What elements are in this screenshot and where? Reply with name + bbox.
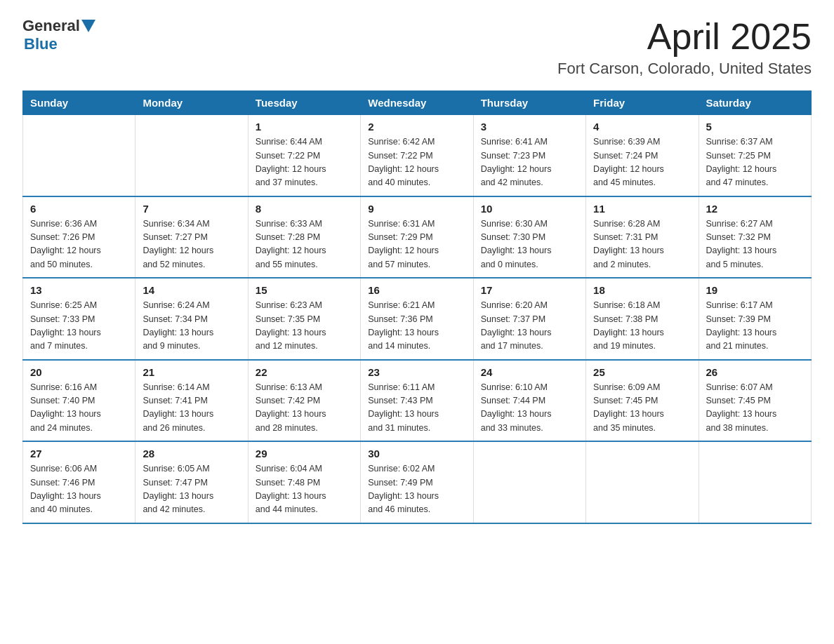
calendar-week-row: 6Sunrise: 6:36 AMSunset: 7:26 PMDaylight… xyxy=(23,196,812,279)
logo-triangle-icon xyxy=(81,20,95,32)
calendar-cell xyxy=(586,441,699,523)
calendar-cell: 20Sunrise: 6:16 AMSunset: 7:40 PMDayligh… xyxy=(23,360,135,442)
day-info: Sunrise: 6:21 AMSunset: 7:36 PMDaylight:… xyxy=(368,299,465,354)
day-info: Sunrise: 6:14 AMSunset: 7:41 PMDaylight:… xyxy=(143,381,240,436)
day-number: 25 xyxy=(593,366,691,378)
calendar-cell: 8Sunrise: 6:33 AMSunset: 7:28 PMDaylight… xyxy=(248,196,360,279)
day-info: Sunrise: 6:05 AMSunset: 7:47 PMDaylight:… xyxy=(143,462,240,517)
day-number: 3 xyxy=(481,121,578,133)
col-saturday: Saturday xyxy=(699,91,811,115)
day-number: 29 xyxy=(256,448,353,459)
day-number: 19 xyxy=(706,284,804,296)
calendar-cell: 15Sunrise: 6:23 AMSunset: 7:35 PMDayligh… xyxy=(248,278,360,360)
col-wednesday: Wednesday xyxy=(361,91,473,115)
page-title: April 2025 xyxy=(557,17,812,57)
calendar-cell: 14Sunrise: 6:24 AMSunset: 7:34 PMDayligh… xyxy=(135,278,248,360)
col-friday: Friday xyxy=(586,91,699,115)
day-number: 27 xyxy=(30,448,128,459)
calendar-week-row: 1Sunrise: 6:44 AMSunset: 7:22 PMDaylight… xyxy=(23,115,812,196)
day-number: 4 xyxy=(593,121,691,133)
calendar-cell: 22Sunrise: 6:13 AMSunset: 7:42 PMDayligh… xyxy=(248,360,360,442)
day-number: 9 xyxy=(368,203,465,215)
day-number: 26 xyxy=(706,366,804,378)
logo-blue-text: Blue xyxy=(24,35,58,53)
day-info: Sunrise: 6:41 AMSunset: 7:23 PMDaylight:… xyxy=(481,135,578,190)
header-row: Sunday Monday Tuesday Wednesday Thursday… xyxy=(23,91,812,115)
day-info: Sunrise: 6:23 AMSunset: 7:35 PMDaylight:… xyxy=(256,299,353,354)
calendar-cell: 10Sunrise: 6:30 AMSunset: 7:30 PMDayligh… xyxy=(473,196,585,279)
calendar-header: Sunday Monday Tuesday Wednesday Thursday… xyxy=(23,91,812,115)
calendar-cell: 23Sunrise: 6:11 AMSunset: 7:43 PMDayligh… xyxy=(361,360,473,442)
day-info: Sunrise: 6:17 AMSunset: 7:39 PMDaylight:… xyxy=(706,299,804,354)
day-info: Sunrise: 6:18 AMSunset: 7:38 PMDaylight:… xyxy=(593,299,691,354)
calendar-cell: 25Sunrise: 6:09 AMSunset: 7:45 PMDayligh… xyxy=(586,360,699,442)
calendar-cell: 19Sunrise: 6:17 AMSunset: 7:39 PMDayligh… xyxy=(699,278,811,360)
day-info: Sunrise: 6:09 AMSunset: 7:45 PMDaylight:… xyxy=(593,381,691,436)
calendar-cell: 26Sunrise: 6:07 AMSunset: 7:45 PMDayligh… xyxy=(699,360,811,442)
day-info: Sunrise: 6:06 AMSunset: 7:46 PMDaylight:… xyxy=(30,462,128,517)
day-number: 10 xyxy=(481,203,578,215)
day-number: 1 xyxy=(256,121,353,133)
day-info: Sunrise: 6:31 AMSunset: 7:29 PMDaylight:… xyxy=(368,217,465,272)
day-number: 30 xyxy=(368,448,465,459)
calendar-cell: 4Sunrise: 6:39 AMSunset: 7:24 PMDaylight… xyxy=(586,115,699,196)
day-info: Sunrise: 6:24 AMSunset: 7:34 PMDaylight:… xyxy=(143,299,240,354)
calendar-cell: 2Sunrise: 6:42 AMSunset: 7:22 PMDaylight… xyxy=(361,115,473,196)
calendar-cell xyxy=(473,441,585,523)
day-number: 16 xyxy=(368,284,465,296)
page-subtitle: Fort Carson, Colorado, United States xyxy=(557,60,812,78)
day-info: Sunrise: 6:27 AMSunset: 7:32 PMDaylight:… xyxy=(706,217,804,272)
day-number: 11 xyxy=(593,203,691,215)
day-info: Sunrise: 6:16 AMSunset: 7:40 PMDaylight:… xyxy=(30,381,128,436)
calendar-cell xyxy=(699,441,811,523)
calendar-cell: 17Sunrise: 6:20 AMSunset: 7:37 PMDayligh… xyxy=(473,278,585,360)
day-number: 8 xyxy=(256,203,353,215)
col-sunday: Sunday xyxy=(23,91,135,115)
logo: General Blue xyxy=(22,17,97,53)
day-info: Sunrise: 6:36 AMSunset: 7:26 PMDaylight:… xyxy=(30,217,128,272)
title-block: April 2025 Fort Carson, Colorado, United… xyxy=(557,17,812,78)
calendar-cell: 12Sunrise: 6:27 AMSunset: 7:32 PMDayligh… xyxy=(699,196,811,279)
calendar-week-row: 20Sunrise: 6:16 AMSunset: 7:40 PMDayligh… xyxy=(23,360,812,442)
calendar-body: 1Sunrise: 6:44 AMSunset: 7:22 PMDaylight… xyxy=(23,115,812,523)
calendar-cell: 9Sunrise: 6:31 AMSunset: 7:29 PMDaylight… xyxy=(361,196,473,279)
day-number: 7 xyxy=(143,203,240,215)
col-monday: Monday xyxy=(135,91,248,115)
day-info: Sunrise: 6:44 AMSunset: 7:22 PMDaylight:… xyxy=(256,135,353,190)
calendar-cell: 27Sunrise: 6:06 AMSunset: 7:46 PMDayligh… xyxy=(23,441,135,523)
calendar-cell xyxy=(135,115,248,196)
calendar-cell: 30Sunrise: 6:02 AMSunset: 7:49 PMDayligh… xyxy=(361,441,473,523)
day-number: 6 xyxy=(30,203,128,215)
day-info: Sunrise: 6:10 AMSunset: 7:44 PMDaylight:… xyxy=(481,381,578,436)
day-number: 13 xyxy=(30,284,128,296)
day-info: Sunrise: 6:39 AMSunset: 7:24 PMDaylight:… xyxy=(593,135,691,190)
day-number: 24 xyxy=(481,366,578,378)
calendar-cell: 21Sunrise: 6:14 AMSunset: 7:41 PMDayligh… xyxy=(135,360,248,442)
day-number: 14 xyxy=(143,284,240,296)
day-info: Sunrise: 6:37 AMSunset: 7:25 PMDaylight:… xyxy=(706,135,804,190)
day-info: Sunrise: 6:13 AMSunset: 7:42 PMDaylight:… xyxy=(256,381,353,436)
day-number: 18 xyxy=(593,284,691,296)
day-number: 15 xyxy=(256,284,353,296)
calendar-cell: 5Sunrise: 6:37 AMSunset: 7:25 PMDaylight… xyxy=(699,115,811,196)
day-number: 12 xyxy=(706,203,804,215)
day-number: 20 xyxy=(30,366,128,378)
calendar-cell: 1Sunrise: 6:44 AMSunset: 7:22 PMDaylight… xyxy=(248,115,360,196)
day-number: 17 xyxy=(481,284,578,296)
calendar-cell: 6Sunrise: 6:36 AMSunset: 7:26 PMDaylight… xyxy=(23,196,135,279)
calendar-cell: 24Sunrise: 6:10 AMSunset: 7:44 PMDayligh… xyxy=(473,360,585,442)
calendar-cell: 11Sunrise: 6:28 AMSunset: 7:31 PMDayligh… xyxy=(586,196,699,279)
day-number: 2 xyxy=(368,121,465,133)
calendar-cell: 28Sunrise: 6:05 AMSunset: 7:47 PMDayligh… xyxy=(135,441,248,523)
day-number: 23 xyxy=(368,366,465,378)
calendar-cell: 29Sunrise: 6:04 AMSunset: 7:48 PMDayligh… xyxy=(248,441,360,523)
calendar-cell: 13Sunrise: 6:25 AMSunset: 7:33 PMDayligh… xyxy=(23,278,135,360)
page-header: General Blue April 2025 Fort Carson, Col… xyxy=(22,17,812,78)
calendar-cell: 18Sunrise: 6:18 AMSunset: 7:38 PMDayligh… xyxy=(586,278,699,360)
day-info: Sunrise: 6:11 AMSunset: 7:43 PMDaylight:… xyxy=(368,381,465,436)
day-number: 22 xyxy=(256,366,353,378)
calendar-week-row: 27Sunrise: 6:06 AMSunset: 7:46 PMDayligh… xyxy=(23,441,812,523)
day-info: Sunrise: 6:34 AMSunset: 7:27 PMDaylight:… xyxy=(143,217,240,272)
day-info: Sunrise: 6:04 AMSunset: 7:48 PMDaylight:… xyxy=(256,462,353,517)
day-info: Sunrise: 6:20 AMSunset: 7:37 PMDaylight:… xyxy=(481,299,578,354)
